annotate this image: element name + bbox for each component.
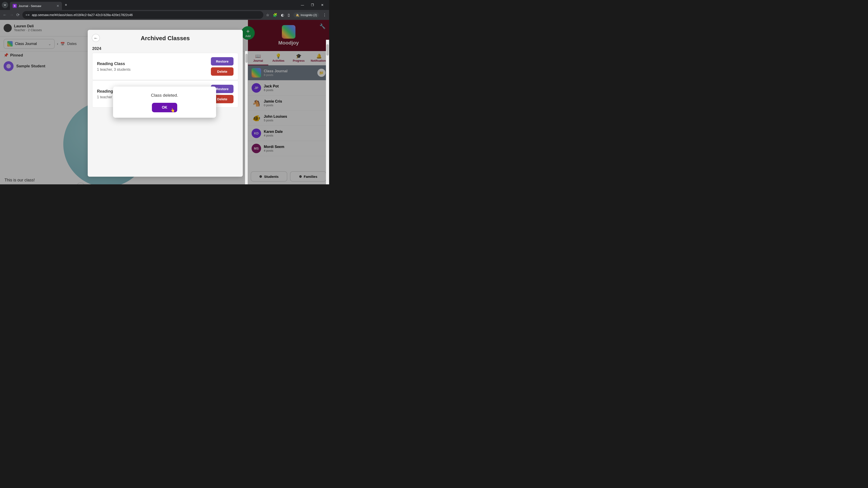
minimize-button[interactable]: — — [300, 3, 305, 7]
tab-close-button[interactable]: ✕ — [57, 4, 59, 8]
url-text: app.seesaw.me/#/class/class.e01bf4c2-9a2… — [32, 13, 133, 17]
archived-title: Archived Classes — [92, 35, 238, 42]
menu-button[interactable]: ⋮ — [323, 13, 327, 17]
site-info-icon[interactable]: ⊶ — [26, 12, 30, 18]
close-window-button[interactable]: ✕ — [320, 3, 324, 7]
archived-class-meta: 1 teacher, 3 students — [97, 68, 131, 72]
main-scrollbar[interactable] — [326, 40, 329, 184]
tab-favicon: S — [13, 4, 17, 8]
archived-class-card: Reading Class 1 teacher, 3 students Rest… — [92, 53, 238, 80]
reload-button[interactable]: ⟳ — [16, 12, 20, 18]
archived-class-name: Reading — [97, 89, 113, 94]
archived-back-button[interactable]: ← — [92, 34, 100, 42]
address-bar[interactable]: ⊶ app.seesaw.me/#/class/class.e01bf4c2-9… — [22, 11, 264, 19]
app-root: Lauren Deli Teacher · 2 Classes 💬 Messag… — [0, 20, 329, 184]
extensions-button[interactable]: 🧩 — [273, 13, 277, 17]
scrollbar-thumb[interactable] — [327, 44, 329, 56]
new-tab-button[interactable]: + — [65, 3, 67, 7]
browser-tab[interactable]: S Journal - Seesaw ✕ — [10, 2, 62, 10]
url-bar: ← → ⟳ ⊶ app.seesaw.me/#/class/class.e01b… — [0, 10, 329, 20]
archived-class-meta: 1 teacher — [97, 95, 113, 99]
confirm-dialog: Class deleted. OK — [113, 87, 216, 118]
sidepanel-button[interactable]: ▯ — [288, 13, 290, 17]
confirm-ok-button[interactable]: OK — [152, 103, 177, 112]
bookmark-button[interactable]: ☆ — [266, 13, 269, 17]
browser-chrome: S Journal - Seesaw ✕ + — ❐ ✕ ← → ⟳ ⊶ app… — [0, 0, 329, 20]
archived-class-name: Reading Class — [97, 61, 131, 66]
forward-button[interactable]: → — [9, 13, 13, 18]
chevron-down-icon — [4, 4, 6, 6]
scrollbar-thumb[interactable] — [246, 54, 248, 63]
tab-bar: S Journal - Seesaw ✕ + — ❐ ✕ — [0, 0, 329, 10]
cast-button[interactable]: ◐ — [281, 13, 284, 17]
restore-button[interactable]: Restore — [211, 57, 234, 66]
toolbar-actions: ☆ 🧩 ◐ ▯ 🕵️ Incognito (2) ⋮ — [266, 12, 327, 18]
tab-title: Journal - Seesaw — [19, 4, 41, 8]
incognito-badge[interactable]: 🕵️ Incognito (2) — [293, 12, 319, 18]
incognito-label: Incognito (2) — [301, 13, 317, 17]
back-button[interactable]: ← — [3, 13, 7, 18]
maximize-button[interactable]: ❐ — [310, 3, 315, 7]
delete-button[interactable]: Delete — [211, 67, 234, 76]
incognito-icon: 🕵️ — [296, 13, 299, 17]
archived-year: 2024 — [92, 46, 238, 51]
confirm-message: Class deleted. — [122, 93, 207, 98]
window-controls: — ❐ ✕ — [300, 3, 327, 7]
tab-search-button[interactable] — [2, 2, 8, 8]
inner-scrollbar[interactable] — [245, 51, 248, 184]
